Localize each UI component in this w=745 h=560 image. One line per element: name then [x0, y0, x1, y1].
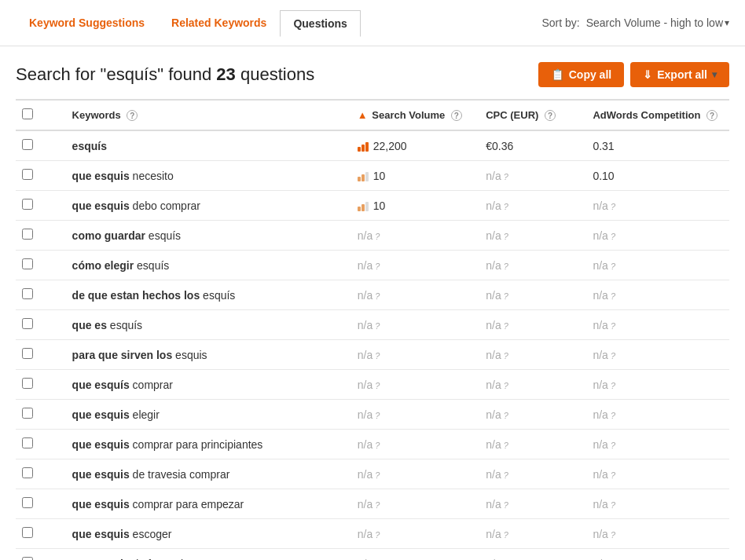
volume-cell: n/a? [351, 519, 479, 549]
select-all-checkbox[interactable] [22, 108, 33, 119]
cpc-value: n/a [486, 259, 501, 272]
keyword-rest: esquís [145, 229, 181, 242]
nav-tabs: Keyword Suggestions Related Keywords Que… [16, 9, 361, 36]
table-row: que esquis escogern/a?n/a?n/a? [16, 519, 729, 549]
competition-value: n/a [593, 468, 607, 481]
comp-na-icon: ? [611, 202, 615, 211]
cpc-cell: n/a? [479, 400, 586, 430]
row-checkbox[interactable] [22, 437, 33, 448]
keyword-cell: que esquís comprar [66, 370, 351, 400]
keyword-rest: comprar [130, 379, 173, 391]
sort-by-label: Sort by: [541, 16, 579, 29]
tab-questions[interactable]: Questions [280, 10, 360, 37]
row-checkbox[interactable] [22, 139, 33, 150]
competition-value: 0.10 [593, 170, 614, 182]
competition-cell: n/a? [586, 400, 729, 430]
competition-cell: n/a? [586, 221, 729, 251]
row-checkbox[interactable] [22, 348, 33, 359]
competition-value: n/a [593, 289, 607, 302]
keyword-rest: esquís [134, 259, 169, 272]
row-checkbox[interactable] [22, 229, 33, 240]
table-row: como guardar esquísn/a?n/a?n/a? [16, 221, 729, 251]
volume-na-icon: ? [375, 411, 380, 420]
keyword-rest: esquís [200, 289, 235, 302]
competition-cell: n/a? [586, 549, 729, 561]
export-all-button[interactable]: ⇓ Export all ▾ [630, 62, 729, 87]
volume-bar-icon [358, 172, 369, 181]
cpc-na-icon: ? [504, 291, 508, 301]
keywords-help-icon[interactable]: ? [127, 110, 138, 121]
keyword-rest: esquís [107, 319, 142, 331]
cpc-help-icon[interactable]: ? [545, 110, 556, 121]
competition-cell: 0.10 [586, 161, 729, 191]
volume-help-icon[interactable]: ? [451, 110, 462, 121]
row-checkbox[interactable] [22, 169, 33, 180]
volume-na-icon: ? [375, 351, 380, 361]
keyword-bold: como guardar [72, 229, 145, 242]
cpc-na-icon: ? [504, 441, 508, 450]
keyword-rest: comprar para principiantes [130, 438, 263, 451]
row-checkbox[interactable] [22, 527, 33, 538]
competition-value: n/a [593, 498, 607, 511]
sort-by-section: Sort by: Search Volume - high to low ▾ [541, 16, 729, 29]
tab-related-keywords[interactable]: Related Keywords [158, 9, 280, 36]
keyword-bold: que esquis [72, 528, 130, 540]
sort-asc-icon: ▲ [358, 109, 368, 121]
volume-value: n/a [358, 229, 372, 242]
sort-dropdown[interactable]: Search Volume - high to low ▾ [586, 16, 729, 29]
volume-value: 22,200 [373, 140, 407, 152]
table-row: para que sirven los esquisn/a?n/a?n/a? [16, 340, 729, 370]
volume-value: n/a [358, 379, 372, 391]
competition-cell: n/a? [586, 519, 729, 549]
table-row: cómo elegir esquísn/a?n/a?n/a? [16, 251, 729, 280]
row-checkbox[interactable] [22, 318, 33, 329]
header-keywords: Keywords ? [66, 100, 351, 130]
row-checkbox[interactable] [22, 258, 33, 269]
keyword-bold: que esquis [72, 558, 130, 561]
volume-value: n/a [358, 289, 372, 302]
comp-na-icon: ? [611, 262, 615, 271]
keyword-bold: que esquis [72, 170, 130, 182]
row-checkbox[interactable] [22, 497, 33, 508]
cpc-cell: n/a? [479, 489, 586, 519]
volume-bar-icon [358, 202, 369, 211]
volume-value: n/a [358, 259, 372, 272]
header-actions: 📋 Copy all ⇓ Export all ▾ [538, 62, 729, 87]
keyword-bold: cómo elegir [72, 259, 134, 272]
cpc-na-icon: ? [504, 232, 508, 241]
table-row: que esquis comprar para principiantesn/a… [16, 430, 729, 459]
competition-cell: n/a? [586, 191, 729, 221]
keyword-cell: que esquis elegir [66, 400, 351, 430]
row-checkbox[interactable] [22, 467, 33, 478]
keyword-cell: de que estan hechos los esquís [66, 280, 351, 310]
count-suffix: questions [240, 64, 314, 84]
cpc-cell: n/a? [479, 519, 586, 549]
table-row: que esquís comprarn/a?n/a?n/a? [16, 370, 729, 400]
comp-na-icon: ? [611, 411, 615, 420]
competition-cell: n/a? [586, 280, 729, 310]
row-checkbox[interactable] [22, 378, 33, 389]
tab-keyword-suggestions[interactable]: Keyword Suggestions [16, 9, 158, 36]
keyword-cell: que esquis debo comprar [66, 191, 351, 221]
table-row: que esquis de freestyle comprarn/a?n/a?n… [16, 549, 729, 561]
comp-na-icon: ? [611, 321, 615, 331]
volume-na-icon: ? [375, 381, 380, 390]
volume-na-icon: ? [375, 321, 380, 331]
row-checkbox[interactable] [22, 557, 33, 560]
row-checkbox[interactable] [22, 288, 33, 299]
cpc-value: n/a [486, 170, 501, 182]
keyword-rest: escoger [130, 528, 172, 540]
adwords-help-icon[interactable]: ? [706, 110, 717, 121]
search-text: Search for "esquís" found [16, 64, 211, 84]
cpc-value: n/a [486, 319, 501, 331]
comp-na-icon: ? [611, 381, 615, 390]
volume-na-icon: ? [375, 500, 380, 510]
volume-cell: n/a? [351, 370, 479, 400]
table-row: que esquis de travesia comprarn/a?n/a?n/… [16, 459, 729, 489]
row-checkbox[interactable] [22, 408, 33, 419]
copy-all-button[interactable]: 📋 Copy all [538, 62, 624, 87]
row-checkbox[interactable] [22, 199, 33, 210]
table-row: que esquis comprar para empezarn/a?n/a?n… [16, 489, 729, 519]
comp-na-icon: ? [611, 470, 615, 480]
volume-cell: n/a? [351, 459, 479, 489]
